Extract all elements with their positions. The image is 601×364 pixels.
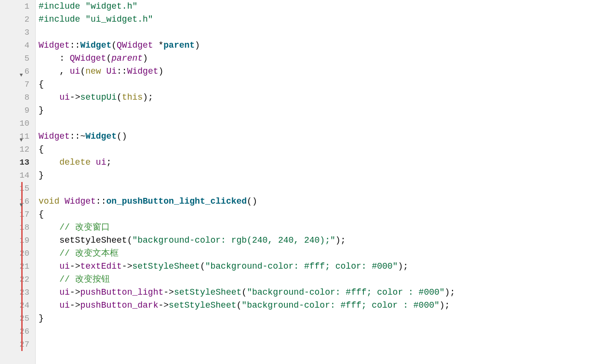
code-token: setStyleSheet: [59, 234, 127, 247]
code-token: delete: [59, 156, 91, 169]
code-token: ->: [122, 260, 133, 273]
line-number[interactable]: 14: [20, 169, 33, 182]
code-token: ui: [59, 260, 70, 273]
line-number[interactable]: 1: [25, 0, 33, 13]
gutter-row: 4: [0, 39, 35, 52]
gutter-row: ▼6: [0, 65, 35, 78]
code-line[interactable]: , ui(new Ui::Widget): [39, 65, 601, 78]
code-token: textEdit: [80, 260, 121, 273]
code-line[interactable]: // 改变文本框: [39, 247, 601, 260]
gutter-row: ▼11: [0, 130, 35, 143]
code-token: [39, 299, 59, 312]
code-token: (: [80, 65, 85, 78]
line-number[interactable]: 12: [20, 143, 33, 156]
change-marker: [21, 247, 23, 260]
code-token: QWidget: [70, 52, 107, 65]
code-token: "ui_widget.h": [85, 13, 153, 26]
code-line[interactable]: [39, 26, 601, 39]
gutter-row: 9: [0, 104, 35, 117]
code-token: ::: [117, 65, 127, 78]
code-line[interactable]: ui->pushButton_dark->setStyleSheet("back…: [39, 299, 601, 312]
code-token: (): [117, 130, 127, 143]
gutter-row: 24: [0, 299, 35, 312]
code-token: :: [39, 52, 70, 65]
code-token: (: [117, 91, 122, 104]
line-number[interactable]: 7: [25, 78, 33, 91]
code-line[interactable]: // 改变按钮: [39, 273, 601, 286]
code-token: (: [241, 286, 247, 299]
code-token: QWidget: [117, 39, 153, 52]
code-token: [39, 221, 59, 234]
code-line[interactable]: void Widget::on_pushButton_light_clicked…: [39, 195, 601, 208]
code-token: );: [398, 260, 408, 273]
code-token: ::~: [70, 130, 85, 143]
code-token: ::: [96, 195, 107, 208]
line-number[interactable]: 9: [25, 104, 33, 117]
gutter-row: 12: [0, 143, 35, 156]
code-line[interactable]: {: [39, 78, 601, 91]
code-token: ->: [158, 299, 169, 312]
code-line[interactable]: ui->pushButton_light->setStyleSheet("bac…: [39, 286, 601, 299]
code-area[interactable]: #include "widget.h"#include "ui_widget.h…: [36, 0, 601, 364]
code-line[interactable]: }: [39, 312, 601, 325]
code-token: setStyleSheet: [174, 286, 241, 299]
change-marker: [21, 234, 23, 247]
code-token: this: [122, 91, 143, 104]
line-number[interactable]: 6: [25, 65, 33, 78]
code-token: );: [143, 91, 153, 104]
change-marker: [21, 338, 23, 351]
gutter-row: 22: [0, 273, 35, 286]
code-token: (): [247, 195, 257, 208]
code-token: Widget: [127, 65, 159, 78]
code-line[interactable]: }: [39, 104, 601, 117]
code-line[interactable]: }: [39, 169, 601, 182]
code-line[interactable]: ui->textEdit->setStyleSheet("background-…: [39, 260, 601, 273]
gutter-row: 8: [0, 91, 35, 104]
code-line[interactable]: [39, 117, 601, 130]
gutter: 12345▼678910▼1112131415▼1617181920212223…: [0, 0, 36, 364]
line-number[interactable]: 2: [25, 13, 33, 26]
code-token: );: [335, 234, 346, 247]
code-token: [91, 156, 96, 169]
code-line[interactable]: {: [39, 208, 601, 221]
line-number[interactable]: 4: [25, 39, 33, 52]
code-token: (: [111, 39, 117, 52]
code-token: {: [39, 208, 44, 221]
code-token: "background-color: #fff; color : #000": [241, 299, 439, 312]
line-number[interactable]: 3: [25, 26, 33, 39]
change-marker: [21, 182, 23, 195]
code-line[interactable]: #include "widget.h": [39, 0, 601, 13]
code-token: [59, 195, 65, 208]
code-line[interactable]: [39, 338, 601, 351]
code-line[interactable]: [39, 325, 601, 338]
code-token: ->: [70, 299, 80, 312]
line-number[interactable]: 8: [25, 91, 33, 104]
code-line[interactable]: [39, 182, 601, 195]
code-token: // 改变窗口: [59, 221, 109, 234]
code-line[interactable]: // 改变窗口: [39, 221, 601, 234]
code-line[interactable]: delete ui;: [39, 156, 601, 169]
code-line[interactable]: : QWidget(parent): [39, 52, 601, 65]
code-token: ->: [163, 286, 174, 299]
change-marker: [21, 260, 23, 273]
change-marker: [21, 208, 23, 221]
code-token: ;: [106, 156, 111, 169]
code-line[interactable]: Widget::Widget(QWidget *parent): [39, 39, 601, 52]
code-token: }: [39, 312, 44, 325]
code-token: }: [39, 104, 44, 117]
code-token: (: [237, 299, 242, 312]
code-line[interactable]: ui->setupUi(this);: [39, 91, 601, 104]
code-token: ,: [39, 65, 70, 78]
code-line[interactable]: Widget::~Widget(): [39, 130, 601, 143]
gutter-row: 21: [0, 260, 35, 273]
code-token: );: [445, 286, 455, 299]
line-number[interactable]: 5: [25, 52, 33, 65]
code-line[interactable]: #include "ui_widget.h": [39, 13, 601, 26]
code-line[interactable]: {: [39, 143, 601, 156]
code-token: ): [143, 52, 148, 65]
code-line[interactable]: setStyleSheet("background-color: rgb(240…: [39, 234, 601, 247]
code-token: setStyleSheet: [132, 260, 200, 273]
line-number[interactable]: 10: [20, 117, 33, 130]
code-token: );: [440, 299, 450, 312]
line-number[interactable]: 13: [20, 156, 33, 169]
